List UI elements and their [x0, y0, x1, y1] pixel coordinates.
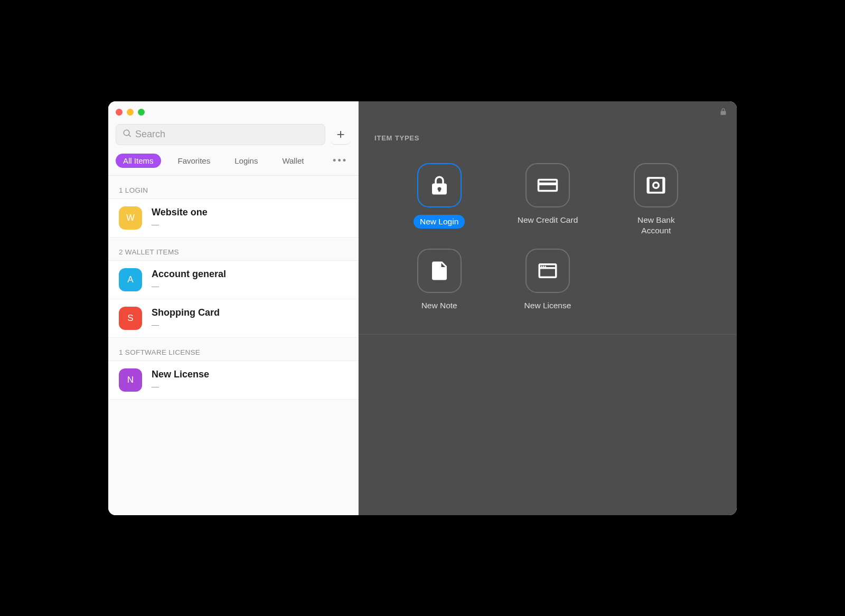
search-row: +: [108, 119, 358, 147]
item-type-label: New Bank Account: [624, 215, 688, 236]
card-icon: [525, 163, 570, 207]
item-types-header: ITEM TYPES: [359, 101, 737, 151]
filter-tab-logins[interactable]: Logins: [227, 154, 265, 168]
item-subtitle: —: [152, 220, 208, 229]
more-filters-button[interactable]: •••: [330, 155, 351, 166]
list-item[interactable]: SShopping Card—: [108, 299, 358, 338]
section-header: 1 LOGIN: [108, 176, 358, 199]
filter-tabs: All ItemsFavoritesLoginsWallet•••: [108, 147, 358, 176]
item-subtitle: —: [152, 320, 220, 329]
item-type-window[interactable]: New License: [493, 249, 602, 311]
filter-tab-wallet[interactable]: Wallet: [275, 154, 311, 168]
detail-pane: ITEM TYPES New LoginNew Credit CardNew B…: [359, 101, 737, 515]
item-avatar: N: [119, 368, 142, 392]
search-input[interactable]: [135, 129, 318, 140]
plus-icon: +: [336, 126, 344, 143]
item-title: New License: [152, 369, 209, 380]
filter-tab-favorites[interactable]: Favorites: [171, 154, 218, 168]
window-icon: [525, 249, 570, 293]
lock-button[interactable]: [719, 108, 727, 118]
item-avatar: W: [119, 206, 142, 230]
section-header: 1 SOFTWARE LICENSE: [108, 338, 358, 361]
minimise-window-button[interactable]: [127, 109, 134, 116]
item-type-label: New Note: [421, 300, 457, 311]
item-type-grid: New LoginNew Credit CardNew Bank Account…: [359, 151, 737, 335]
item-subtitle: —: [152, 282, 226, 290]
item-type-label: New Credit Card: [518, 215, 578, 225]
close-window-button[interactable]: [116, 109, 123, 116]
item-title: Website one: [152, 207, 208, 218]
add-item-button[interactable]: +: [331, 125, 351, 145]
item-title: Account general: [152, 269, 226, 280]
item-list: 1 LOGINWWebsite one—2 WALLET ITEMSAAccou…: [108, 176, 358, 400]
list-item[interactable]: WWebsite one—: [108, 199, 358, 238]
item-subtitle: —: [152, 382, 209, 391]
filter-tab-all-items[interactable]: All Items: [116, 154, 161, 168]
vault-icon: [634, 163, 678, 207]
item-title: Shopping Card: [152, 307, 220, 318]
search-icon: [123, 129, 132, 140]
note-icon: [417, 249, 462, 293]
item-avatar: S: [119, 307, 142, 330]
list-item[interactable]: NNew License—: [108, 361, 358, 400]
item-type-label: New Login: [414, 215, 465, 229]
item-avatar: A: [119, 268, 142, 291]
window-controls: [108, 101, 358, 119]
item-type-label: New License: [524, 300, 571, 311]
section-header: 2 WALLET ITEMS: [108, 238, 358, 261]
item-type-lock[interactable]: New Login: [385, 163, 493, 236]
item-type-vault[interactable]: New Bank Account: [602, 163, 710, 236]
lock-icon: [719, 108, 727, 117]
list-item[interactable]: AAccount general—: [108, 261, 358, 299]
lock-icon: [417, 163, 462, 207]
item-type-note[interactable]: New Note: [385, 249, 493, 311]
item-type-card[interactable]: New Credit Card: [493, 163, 602, 236]
app-window: + All ItemsFavoritesLoginsWallet••• 1 LO…: [108, 101, 737, 515]
search-field[interactable]: [116, 124, 325, 145]
zoom-window-button[interactable]: [138, 109, 145, 116]
sidebar: + All ItemsFavoritesLoginsWallet••• 1 LO…: [108, 101, 359, 515]
